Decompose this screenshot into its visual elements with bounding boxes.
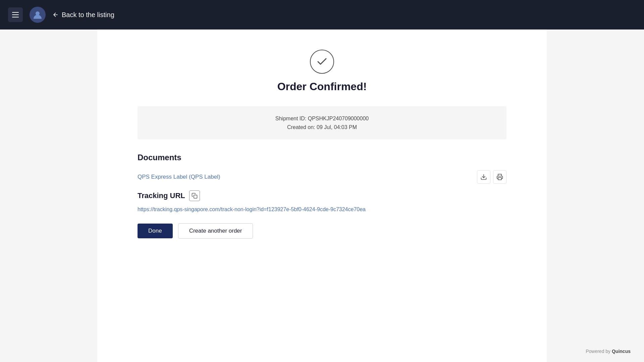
created-on: Created on: 09 Jul, 04:03 PM (151, 123, 493, 132)
copy-icon (192, 193, 198, 199)
main-content: Order Confirmed! Shipment ID: QPSHKJP240… (0, 29, 644, 362)
shipment-id: Shipment ID: QPSHKJP240709000000 (151, 114, 493, 123)
buttons-row: Done Create another order (138, 223, 506, 239)
download-button[interactable] (477, 170, 490, 184)
powered-by-text: Powered by (586, 349, 612, 354)
card-wrapper: Order Confirmed! Shipment ID: QPSHKJP240… (0, 29, 644, 362)
confirmation-card: Order Confirmed! Shipment ID: QPSHKJP240… (97, 29, 547, 362)
footer: Powered by Quincus (586, 349, 631, 354)
order-confirmed-title: Order Confirmed! (277, 80, 367, 93)
done-button[interactable]: Done (138, 224, 173, 238)
success-icon-wrapper (310, 50, 334, 74)
avatar-icon (32, 9, 43, 20)
check-circle-icon (316, 56, 328, 68)
print-button[interactable] (493, 170, 506, 184)
hamburger-line (12, 17, 19, 17)
download-icon (480, 174, 487, 180)
create-another-order-button[interactable]: Create another order (178, 223, 253, 239)
svg-rect-3 (194, 195, 197, 198)
navbar: Back to the listing (0, 0, 644, 29)
shipment-info-box: Shipment ID: QPSHKJP240709000000 Created… (138, 106, 506, 139)
brand-name: Quincus (612, 349, 631, 354)
avatar[interactable] (30, 7, 46, 23)
tracking-url-label: Tracking URL (138, 191, 185, 200)
qps-label-link[interactable]: QPS Express Label (QPS Label) (138, 174, 220, 180)
copy-url-button[interactable] (189, 190, 200, 201)
hamburger-line (12, 14, 19, 15)
tracking-url-link[interactable]: https://tracking.qps-singapore.com/track… (138, 206, 506, 213)
back-arrow-icon (52, 11, 59, 18)
back-label: Back to the listing (62, 11, 114, 19)
hamburger-line (12, 12, 19, 13)
svg-rect-2 (498, 178, 501, 180)
print-icon (496, 174, 503, 180)
back-to-listing-button[interactable]: Back to the listing (52, 11, 114, 19)
documents-section: Documents QPS Express Label (QPS Label) (138, 153, 506, 239)
qps-label-row: QPS Express Label (QPS Label) (138, 170, 506, 184)
tracking-url-row: Tracking URL (138, 190, 506, 201)
label-actions (477, 170, 506, 184)
hamburger-menu-button[interactable] (8, 7, 23, 22)
documents-title: Documents (138, 153, 506, 162)
